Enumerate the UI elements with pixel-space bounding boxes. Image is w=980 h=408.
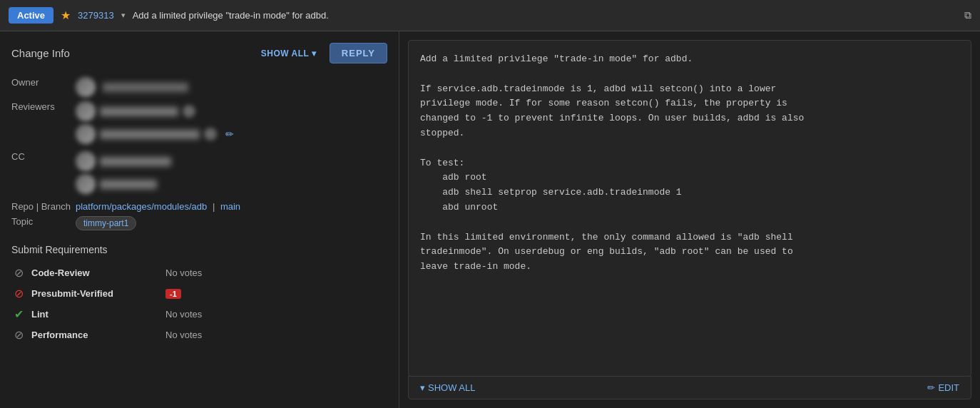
performance-status: No votes <box>165 330 202 340</box>
lint-icon: ✔ <box>11 307 26 321</box>
lint-status: No votes <box>165 309 202 320</box>
copy-icon[interactable]: ⧉ <box>964 9 971 21</box>
reply-button[interactable]: REPLY <box>330 43 387 63</box>
change-info-table: Owner Reviewers <box>11 75 387 233</box>
reviewer-2-avatar <box>76 124 96 144</box>
cc-1-name <box>100 157 171 166</box>
owner-value <box>76 75 387 99</box>
submit-req-title: Submit Requirements <box>11 244 387 255</box>
reviewer-1-avatar <box>76 101 96 121</box>
submit-requirements-section: Submit Requirements ⊘ Code-Review No vot… <box>11 244 387 345</box>
req-code-review: ⊘ Code-Review No votes <box>11 262 387 283</box>
owner-label: Owner <box>11 75 76 99</box>
performance-name: Performance <box>31 330 146 340</box>
cc-label: CC <box>11 149 76 199</box>
cl-dropdown-icon[interactable]: ▾ <box>121 11 126 20</box>
description-box: Add a limited privilege "trade-in mode" … <box>408 40 971 377</box>
change-info-title: Change Info <box>11 47 70 59</box>
topic-label: Topic <box>11 214 76 233</box>
owner-name <box>103 83 188 92</box>
page-title: Add a limited privilege "trade-in mode" … <box>133 10 957 21</box>
description-footer: ▾ SHOW ALL ✏ EDIT <box>408 376 971 399</box>
repo-branch-value: platform/packages/modules/adb | main <box>76 199 387 214</box>
reviewer-2-vote <box>204 128 217 141</box>
cc-value <box>76 149 387 199</box>
code-review-icon: ⊘ <box>11 266 26 280</box>
repo-branch-row: Repo | Branch platform/packages/modules/… <box>11 199 387 214</box>
left-panel: Change Info SHOW ALL ▾ REPLY Owner Revie… <box>0 31 399 408</box>
topic-chip[interactable]: timmy-part1 <box>76 216 136 230</box>
req-lint: ✔ Lint No votes <box>11 304 387 325</box>
right-panel: Add a limited privilege "trade-in mode" … <box>399 31 980 408</box>
star-icon[interactable]: ★ <box>61 9 71 22</box>
main-layout: Change Info SHOW ALL ▾ REPLY Owner Revie… <box>0 31 980 408</box>
branch-link[interactable]: main <box>220 201 240 212</box>
presubmit-icon: ⊘ <box>11 287 26 300</box>
code-review-status: No votes <box>165 267 202 278</box>
cc-1-avatar <box>76 151 96 171</box>
description-edit[interactable]: ✏ EDIT <box>927 382 959 393</box>
reviewer-2: ✏ <box>76 124 387 144</box>
presubmit-badge: -1 <box>165 289 181 299</box>
cc-2 <box>76 174 387 194</box>
edit-reviewers-icon[interactable]: ✏ <box>225 128 234 140</box>
owner-row: Owner <box>11 75 387 99</box>
lint-name: Lint <box>31 309 146 320</box>
reviewers-label: Reviewers <box>11 99 76 149</box>
pencil-icon: ✏ <box>927 382 935 393</box>
performance-icon: ⊘ <box>11 328 26 342</box>
cc-row: CC <box>11 149 387 199</box>
code-review-name: Code-Review <box>31 267 146 278</box>
topic-row: Topic timmy-part1 <box>11 214 387 233</box>
reviewer-1 <box>76 101 387 121</box>
cc-1 <box>76 151 387 171</box>
description-show-all[interactable]: ▾ SHOW ALL <box>420 382 475 393</box>
reviewers-value: ✏ <box>76 99 387 149</box>
reviewers-row: Reviewers ✏ <box>11 99 387 149</box>
topic-value: timmy-part1 <box>76 214 387 233</box>
top-bar: Active ★ 3279313 ▾ Add a limited privile… <box>0 0 980 31</box>
repo-branch-label: Repo | Branch <box>11 199 76 214</box>
req-performance: ⊘ Performance No votes <box>11 325 387 345</box>
repo-link[interactable]: platform/packages/modules/adb <box>76 201 207 212</box>
presubmit-name: Presubmit-Verified <box>31 288 146 299</box>
cc-2-avatar <box>76 174 96 194</box>
cl-number-link[interactable]: 3279313 <box>78 10 114 21</box>
req-presubmit: ⊘ Presubmit-Verified -1 <box>11 283 387 304</box>
reviewer-1-name <box>100 107 178 116</box>
change-info-header: Change Info SHOW ALL ▾ REPLY <box>11 43 387 63</box>
show-all-button[interactable]: SHOW ALL ▾ <box>255 46 322 61</box>
reviewer-1-vote <box>183 105 195 118</box>
cc-2-name <box>100 180 157 189</box>
chevron-down-icon: ▾ <box>420 382 425 393</box>
reviewer-2-name <box>100 130 200 139</box>
owner-avatar <box>76 77 96 97</box>
active-badge: Active <box>9 7 53 24</box>
